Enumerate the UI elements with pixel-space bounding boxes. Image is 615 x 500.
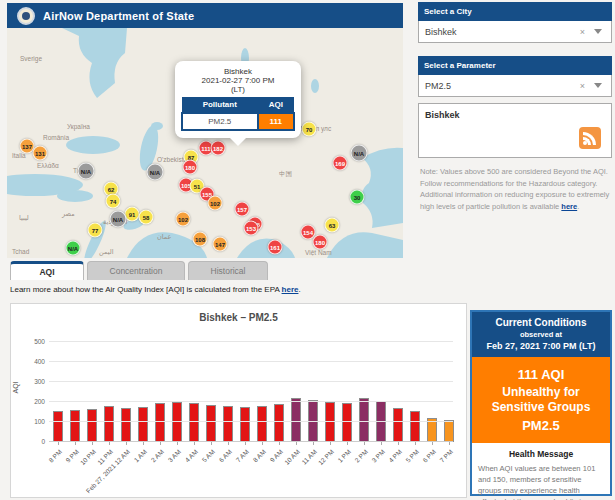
chart-bar[interactable] [189,403,199,442]
feed-city-label: Bishkek [425,110,605,120]
map-place-label: 中国 [279,170,292,179]
aqi-marker[interactable]: 70 [302,122,317,137]
learn-more-text: Learn more about how the Air Quality Ind… [10,285,301,294]
aqi-marker[interactable]: 58 [139,210,154,225]
aqi-marker[interactable]: 157 [235,202,250,217]
chart-bar[interactable] [53,411,63,442]
chart-bar[interactable] [393,408,403,442]
aqi-marker[interactable]: 30 [350,190,365,205]
app-title: AirNow Department of State [43,10,194,22]
aqi-marker[interactable]: 91 [125,207,140,222]
current-conditions-title: Current Conditions [474,317,608,328]
chart-bar[interactable] [410,411,420,442]
feed-box: Bishkek [418,103,612,158]
chart-x-tick [58,442,59,445]
note-text: Note: Values above 500 are considered Be… [420,166,612,213]
chart-x-tick [211,442,212,445]
popup-pollutant-header: Pollutant [182,97,258,113]
learn-more-link[interactable]: here [282,285,299,294]
aqi-marker[interactable]: 161 [268,240,283,255]
rss-icon[interactable] [579,127,601,149]
parameter-clear-icon[interactable]: × [580,81,585,91]
aqi-marker[interactable]: 108 [193,232,208,247]
map[interactable]: SverigeУкраїнаRomâniaItaliaΕλλάδαTürkiye… [7,28,403,258]
note-link[interactable]: here [561,202,577,211]
chart-x-tick [347,442,348,445]
chart-bar[interactable] [104,406,114,442]
map-place-label: Việt Nam [305,249,332,256]
chart-bar[interactable] [342,403,352,442]
aqi-marker[interactable]: 169 [333,156,348,171]
chart-bar[interactable] [223,406,233,442]
chart-x-tick [109,442,110,445]
chart-bar[interactable] [257,406,267,442]
aqi-marker[interactable]: 153 [244,221,259,236]
chart-bar[interactable] [206,405,216,442]
map-place-label: عمان [157,233,171,241]
chart-x-tick [381,442,382,445]
aqi-marker[interactable]: 147 [213,237,228,252]
chart-y-tick: 300 [23,378,45,385]
aqi-marker[interactable]: 102 [176,212,191,227]
chart-bar[interactable] [240,407,250,442]
chart-x-tick [228,442,229,445]
chart-bar[interactable] [325,402,335,442]
chart-x-tick [330,442,331,445]
aqi-marker[interactable]: 77 [88,223,103,238]
current-conditions-panel: Current Conditions observed at Feb 27, 2… [470,310,612,496]
observed-at-label: observed at [474,330,608,339]
tab-aqi[interactable]: AQI [10,261,84,280]
tab-concentration[interactable]: Concentration [87,261,185,280]
health-message-title: Health Message [478,449,604,459]
aqi-marker[interactable]: N/A [351,145,368,162]
current-conditions-header: Current Conditions observed at Feb 27, 2… [472,312,610,357]
aqi-marker[interactable]: N/A [110,211,127,228]
chart-bar[interactable] [138,407,148,442]
chart-y-tick: 400 [23,358,45,365]
city-chevron-down-icon[interactable] [594,29,602,34]
chart-bar[interactable] [172,402,182,442]
chart-bar[interactable] [155,403,165,442]
chart-bar[interactable] [274,404,284,442]
aqi-marker[interactable]: N/A [78,163,95,180]
parameter-select-header: Select a Parameter [418,56,612,75]
chart-bar[interactable] [444,420,454,442]
aqi-chart: Bishkek – PM2.5 AQI 01002003004005008 PM… [10,303,467,498]
parameter-select[interactable]: PM2.5 × [418,75,612,97]
aqi-marker[interactable]: N/A [147,164,164,181]
chart-x-tick [296,442,297,445]
chart-bar[interactable] [87,409,97,442]
map-place-label: Україна [67,123,90,130]
chart-bar[interactable] [70,410,80,442]
aqi-marker[interactable]: 180 [183,160,198,175]
aqi-marker[interactable]: N/A [66,241,81,256]
aqi-marker[interactable]: 74 [106,194,121,209]
aqi-marker[interactable]: 63 [325,218,340,233]
aqi-marker[interactable]: 102 [208,196,223,211]
tab-historical[interactable]: Historical [188,261,268,280]
health-message: Health Message When AQI values are betwe… [472,443,610,500]
popup-aqi-header: AQI [258,97,295,113]
aqi-marker[interactable]: 131 [33,146,48,161]
chart-bars [53,342,454,442]
chart-x-tick [364,442,365,445]
map-place-label: اليمن [99,248,113,256]
aqi-marker[interactable]: 180 [313,235,328,250]
map-place-label: ليبيا [19,214,29,222]
chart-y-tick: 100 [23,418,45,425]
chart-plot: 01002003004005008 PM9 PM10 PM11 PMFeb 27… [49,342,453,442]
city-select-value: Bishkek [425,27,457,37]
chart-bar[interactable] [121,408,131,442]
city-select[interactable]: Bishkek × [418,21,612,43]
parameter-chevron-down-icon[interactable] [594,83,602,88]
aqi-marker[interactable]: 182 [211,141,226,156]
city-clear-icon[interactable]: × [580,27,585,37]
chart-y-axis-label: AQI [12,381,19,393]
chart-x-tick [160,442,161,445]
dos-seal-icon [17,7,35,25]
tab-bar: AQI Concentration Historical [10,261,268,280]
map-popup: Bishkek 2021-02-27 7:00 PM (LT) Pollutan… [175,61,301,138]
chart-y-tick: 500 [23,338,45,345]
chart-x-tick [126,442,127,445]
popup-datetime: 2021-02-27 7:00 PM [181,76,295,85]
